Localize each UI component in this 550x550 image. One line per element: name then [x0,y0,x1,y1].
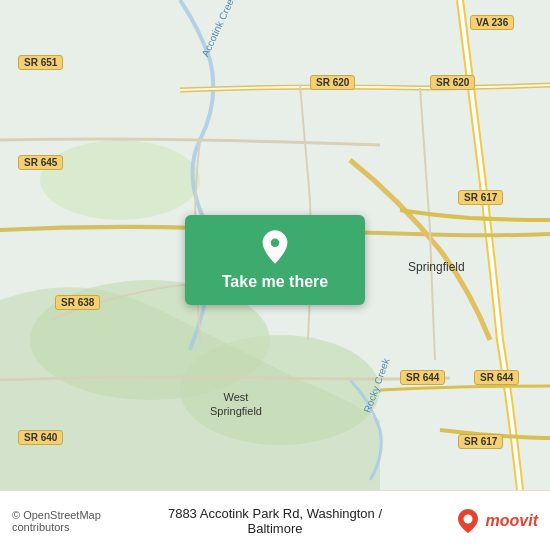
road-label-va236: VA 236 [470,15,514,30]
road-label-sr620-left: SR 620 [310,75,355,90]
take-me-there-label: Take me there [222,273,328,291]
road-label-sr617-bottom: SR 617 [458,434,503,449]
map-container: SR 651 SR 620 SR 620 VA 236 SR 645 SR 61… [0,0,550,490]
address-text: 7883 Accotink Park Rd, Washington / Balt… [149,506,402,536]
road-label-sr644-left: SR 644 [400,370,445,385]
location-pin-icon [257,229,293,265]
copyright-text: © OpenStreetMap contributors [12,509,139,533]
road-label-sr638: SR 638 [55,295,100,310]
road-label-sr617: SR 617 [458,190,503,205]
moovit-logo: moovit [412,507,539,535]
road-label-sr640: SR 640 [18,430,63,445]
take-me-there-button[interactable]: Take me there [185,215,365,305]
moovit-logo-icon [454,507,482,535]
place-label-west-springfield: WestSpringfield [210,390,262,419]
svg-point-3 [40,140,200,220]
road-label-sr645: SR 645 [18,155,63,170]
road-label-sr644-right: SR 644 [474,370,519,385]
svg-point-5 [463,514,472,523]
road-label-sr620-right: SR 620 [430,75,475,90]
bottom-bar: © OpenStreetMap contributors 7883 Accoti… [0,490,550,550]
svg-point-4 [271,238,280,247]
road-label-sr651: SR 651 [18,55,63,70]
place-label-springfield: Springfield [408,260,465,274]
moovit-brand-text: moovit [486,512,538,530]
